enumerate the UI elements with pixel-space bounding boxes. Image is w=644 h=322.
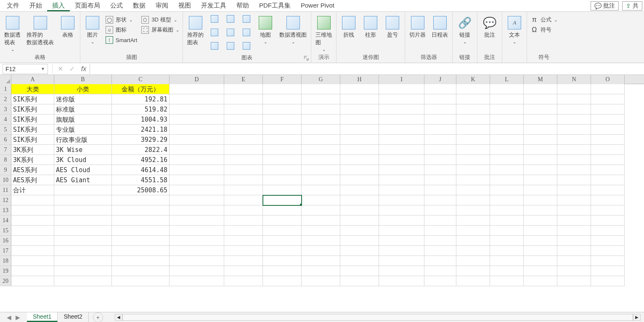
cell-D3[interactable]	[170, 104, 224, 114]
cell-J13[interactable]	[424, 205, 456, 216]
cell-F1[interactable]	[263, 84, 302, 94]
row-header-13[interactable]: 13	[0, 205, 11, 216]
column-header-J[interactable]: J	[424, 75, 456, 84]
cell-M16[interactable]	[524, 236, 557, 246]
cell-F9[interactable]	[263, 165, 302, 175]
cell-N19[interactable]	[557, 266, 591, 276]
pie-chart-button[interactable]	[209, 41, 220, 51]
menu-item-帮助[interactable]: 帮助	[231, 0, 254, 11]
cell-E16[interactable]	[224, 236, 263, 246]
cell-H16[interactable]	[340, 236, 379, 246]
cell-J2[interactable]	[424, 94, 456, 104]
cell-N17[interactable]	[557, 246, 591, 256]
column-header-G[interactable]: G	[302, 75, 340, 84]
map-chart-button[interactable]	[241, 41, 252, 51]
cell-G2[interactable]	[302, 94, 340, 104]
cell-O18[interactable]	[591, 256, 625, 266]
cell-E4[interactable]	[224, 114, 263, 125]
cell-C8[interactable]: 4952.16	[112, 155, 170, 165]
cell-H20[interactable]	[340, 276, 379, 286]
cell-E11[interactable]	[224, 185, 263, 195]
cell-H9[interactable]	[340, 165, 379, 175]
cell-F4[interactable]	[263, 114, 302, 125]
cell-B7[interactable]: 3K Wise	[54, 145, 112, 155]
cell-M12[interactable]	[524, 195, 557, 205]
cell-E1[interactable]	[224, 84, 263, 94]
column-header-E[interactable]: E	[224, 75, 263, 84]
cell-I18[interactable]	[379, 256, 424, 266]
column-header-N[interactable]: N	[557, 75, 591, 84]
cell-J6[interactable]	[424, 135, 456, 145]
cell-A2[interactable]: SIK系列	[11, 94, 54, 104]
cell-D14[interactable]	[170, 216, 224, 226]
cell-B17[interactable]	[54, 246, 112, 256]
cell-L7[interactable]	[490, 145, 524, 155]
menu-item-开始[interactable]: 开始	[24, 0, 47, 11]
menu-item-文件[interactable]: 文件	[2, 0, 24, 11]
cell-L12[interactable]	[490, 195, 524, 205]
cell-H17[interactable]	[340, 246, 379, 256]
recommended-charts-button[interactable]: 推荐的 图表	[186, 14, 204, 47]
cell-F17[interactable]	[263, 246, 302, 256]
cell-F11[interactable]	[263, 185, 302, 195]
row-header-18[interactable]: 18	[0, 256, 11, 266]
cell-C12[interactable]	[112, 195, 170, 205]
cell-O8[interactable]	[591, 155, 625, 165]
icons-button[interactable]: ☺图标	[106, 26, 137, 34]
column-header-A[interactable]: A	[11, 75, 54, 84]
row-header-7[interactable]: 7	[0, 145, 11, 155]
cell-M13[interactable]	[524, 205, 557, 216]
cell-F12[interactable]	[263, 195, 302, 205]
cell-G12[interactable]	[302, 195, 340, 205]
cell-D1[interactable]	[170, 84, 224, 94]
cell-K5[interactable]	[456, 125, 490, 135]
cell-B16[interactable]	[54, 236, 112, 246]
hierarchy-chart-button[interactable]	[225, 14, 236, 24]
cell-D4[interactable]	[170, 114, 224, 125]
cell-G18[interactable]	[302, 256, 340, 266]
cell-L20[interactable]	[490, 276, 524, 286]
combo-chart-button[interactable]	[241, 28, 252, 37]
cell-M9[interactable]	[524, 165, 557, 175]
cell-K2[interactable]	[456, 94, 490, 104]
cell-O11[interactable]	[591, 185, 625, 195]
menu-item-公式[interactable]: 公式	[105, 0, 128, 11]
cell-G5[interactable]	[302, 125, 340, 135]
cell-H10[interactable]	[340, 175, 379, 185]
cell-D2[interactable]	[170, 94, 224, 104]
cell-E6[interactable]	[224, 135, 263, 145]
line-chart-button[interactable]	[209, 28, 220, 37]
cell-J3[interactable]	[424, 104, 456, 114]
comment-button[interactable]: 💬批注	[481, 14, 498, 40]
cell-G13[interactable]	[302, 205, 340, 216]
cell-L18[interactable]	[490, 256, 524, 266]
cell-K10[interactable]	[456, 175, 490, 185]
cell-G17[interactable]	[302, 246, 340, 256]
cell-I12[interactable]	[379, 195, 424, 205]
cell-K7[interactable]	[456, 145, 490, 155]
cell-O12[interactable]	[591, 195, 625, 205]
cell-L6[interactable]	[490, 135, 524, 145]
scatter-chart-button[interactable]	[225, 41, 236, 51]
cell-C5[interactable]: 2421.18	[112, 125, 170, 135]
cell-E20[interactable]	[224, 276, 263, 286]
cell-K19[interactable]	[456, 266, 490, 276]
cell-F15[interactable]	[263, 226, 302, 236]
cell-J4[interactable]	[424, 114, 456, 125]
cell-J14[interactable]	[424, 216, 456, 226]
text-button[interactable]: A文本⌄	[506, 14, 523, 45]
cell-A1[interactable]: 大类	[11, 84, 54, 94]
cell-G1[interactable]	[302, 84, 340, 94]
charts-dialog-launcher-icon[interactable]	[303, 55, 309, 61]
cell-L8[interactable]	[490, 155, 524, 165]
cell-F8[interactable]	[263, 155, 302, 165]
cell-F18[interactable]	[263, 256, 302, 266]
cell-O13[interactable]	[591, 205, 625, 216]
cell-H6[interactable]	[340, 135, 379, 145]
column-header-B[interactable]: B	[54, 75, 112, 84]
cell-G6[interactable]	[302, 135, 340, 145]
cell-I19[interactable]	[379, 266, 424, 276]
cell-H18[interactable]	[340, 256, 379, 266]
comments-button[interactable]: 💬 批注	[591, 1, 619, 11]
cell-D10[interactable]	[170, 175, 224, 185]
